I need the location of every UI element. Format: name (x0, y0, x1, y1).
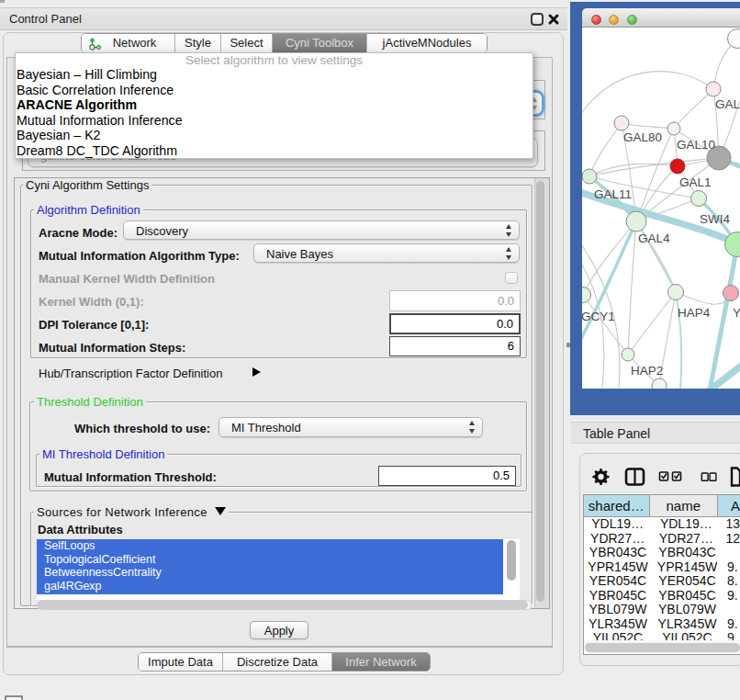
svg-text:SWI4: SWI4 (700, 212, 730, 226)
svg-text:HAP2: HAP2 (631, 364, 663, 378)
svg-text:GAL1: GAL1 (679, 175, 712, 189)
svg-text:GAL10: GAL10 (677, 138, 715, 152)
svg-text:GAL: GAL (715, 97, 740, 111)
svg-text:GAL80: GAL80 (623, 130, 662, 144)
svg-text:GAL11: GAL11 (594, 187, 632, 201)
svg-text:GAL4: GAL4 (638, 231, 670, 245)
svg-text:GCY1: GCY1 (582, 310, 615, 323)
svg-text:HAP4: HAP4 (678, 306, 711, 320)
svg-text:Y: Y (733, 306, 740, 320)
